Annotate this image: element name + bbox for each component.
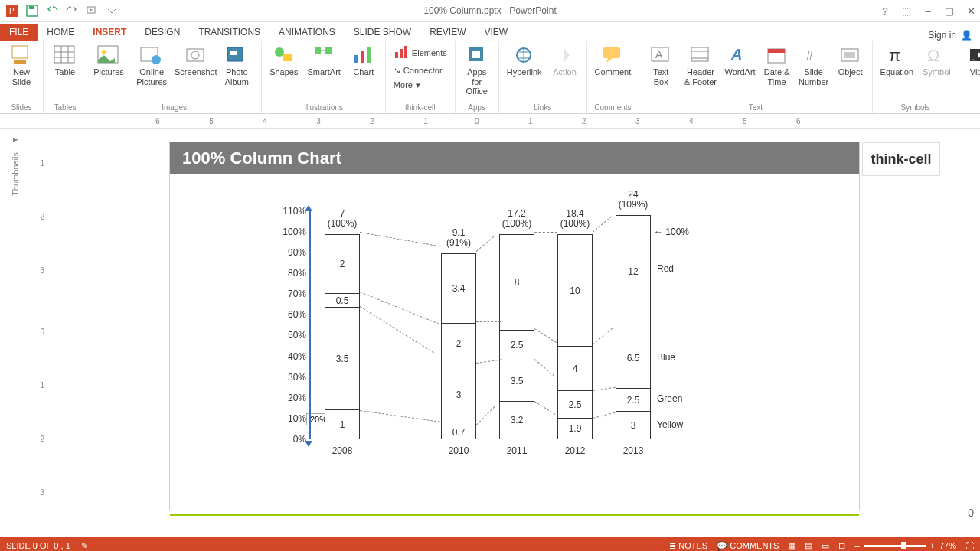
- shapes-button[interactable]: Shapes: [266, 43, 301, 79]
- apps-office-button[interactable]: Apps for Office: [460, 43, 494, 98]
- header-footer-button[interactable]: Header & Footer: [681, 43, 720, 88]
- online-pictures-button[interactable]: Online Pictures: [129, 43, 175, 88]
- segment-green[interactable]: 2.5: [616, 388, 651, 412]
- tab-slideshow[interactable]: SLIDE SHOW: [345, 24, 420, 41]
- connector-button[interactable]: ↘Connector: [390, 64, 446, 77]
- spellcheck-icon[interactable]: ✎: [81, 541, 88, 551]
- category-label: 2013: [616, 445, 651, 456]
- photo-album-button[interactable]: Photo Album: [217, 43, 256, 88]
- segment-green[interactable]: 3.5: [325, 307, 360, 410]
- fit-window-icon[interactable]: ⛶: [965, 541, 974, 550]
- redo-icon[interactable]: [66, 5, 78, 17]
- zoom-out-icon[interactable]: –: [854, 541, 859, 550]
- segment-green[interactable]: 3.5: [499, 360, 534, 402]
- date-time-button[interactable]: Date & Time: [760, 43, 794, 88]
- segment-blue[interactable]: 4: [557, 346, 593, 391]
- action-button[interactable]: Action: [548, 43, 582, 79]
- slideshow-view-icon[interactable]: ⊟: [838, 541, 845, 551]
- segment-red[interactable]: 3.4: [441, 253, 476, 324]
- qat-dropdown-icon[interactable]: [106, 5, 118, 17]
- tab-home[interactable]: HOME: [38, 24, 83, 41]
- svg-rect-7: [54, 46, 74, 63]
- close-icon[interactable]: ✕: [965, 5, 977, 17]
- start-from-beginning-icon[interactable]: [86, 5, 98, 17]
- tab-transitions[interactable]: TRANSITIONS: [189, 24, 270, 41]
- screenshot-button[interactable]: Screenshot: [178, 43, 214, 79]
- zoom-in-icon[interactable]: +: [930, 541, 935, 550]
- symbol-button[interactable]: ΩSymbol: [920, 43, 954, 79]
- segment-yellow[interactable]: 1: [325, 409, 360, 439]
- notes-button[interactable]: ≣ NOTES: [669, 541, 707, 551]
- plot-area: 1 3.5 0.5 2 7(100%) 2008 0.7 3 2 3.4 9.1…: [309, 211, 724, 439]
- svg-rect-33: [603, 47, 620, 58]
- svg-rect-16: [187, 49, 204, 61]
- comments-button[interactable]: 💬 COMMENTS: [717, 541, 779, 551]
- zoom-slider[interactable]: – + 77%: [854, 541, 956, 550]
- segment-green[interactable]: 2.5: [557, 390, 593, 419]
- segment-yellow[interactable]: 3: [616, 411, 651, 439]
- workspace: ▸ Thumbnails 1230123 100% Column Chart t…: [0, 129, 980, 537]
- table-button[interactable]: Table: [48, 43, 82, 79]
- tab-view[interactable]: VIEW: [475, 24, 518, 41]
- save-icon[interactable]: [26, 5, 38, 17]
- svg-rect-29: [404, 46, 407, 58]
- wordart-button[interactable]: AWordArt: [724, 43, 757, 79]
- normal-view-icon[interactable]: ▦: [788, 541, 795, 551]
- svg-rect-23: [325, 47, 332, 54]
- help-icon[interactable]: ?: [879, 5, 891, 17]
- collapse-ribbon-icon[interactable]: ˄: [971, 58, 975, 69]
- object-button[interactable]: Object: [834, 43, 867, 79]
- segment-red[interactable]: 10: [557, 234, 593, 347]
- segment-red[interactable]: 12: [616, 215, 651, 328]
- segment-blue[interactable]: 0.5: [325, 293, 360, 308]
- segment-blue[interactable]: 6.5: [616, 328, 651, 389]
- text-box-button[interactable]: AText Box: [644, 43, 678, 88]
- maximize-icon[interactable]: ▢: [943, 5, 956, 17]
- segment-red[interactable]: 2: [325, 234, 360, 294]
- hyperlink-button[interactable]: Hyperlink: [504, 43, 545, 79]
- undo-icon[interactable]: [46, 5, 58, 17]
- ribbon-display-icon[interactable]: ⬚: [900, 5, 913, 17]
- thumbnail-rail[interactable]: ▸ Thumbnails: [0, 129, 31, 537]
- slide-counter: SLIDE 0 OF 0 , 1: [6, 541, 70, 550]
- more-button[interactable]: More ▾: [390, 79, 423, 92]
- column-chart[interactable]: 0% 10% 20% 30% 40% 50% 60% 70% 80% 90% 1…: [268, 211, 743, 487]
- chart-button[interactable]: Chart: [347, 43, 381, 79]
- slide-canvas[interactable]: 100% Column Chart think-cell 0% 10% 20% …: [47, 129, 980, 537]
- zoom-level[interactable]: 77%: [939, 541, 956, 550]
- sign-in[interactable]: Sign in👤: [928, 30, 972, 41]
- equation-button[interactable]: πEquation: [877, 43, 916, 79]
- segment-green[interactable]: 3: [441, 364, 476, 425]
- tab-file[interactable]: FILE: [0, 24, 38, 41]
- elements-button[interactable]: Elements: [390, 43, 450, 63]
- slide[interactable]: 100% Column Chart think-cell 0% 10% 20% …: [170, 142, 859, 510]
- tab-insert[interactable]: INSERT: [83, 24, 136, 41]
- segment-yellow[interactable]: 0.7: [441, 425, 476, 439]
- smartart-button[interactable]: SmartArt: [304, 43, 343, 79]
- column-2010[interactable]: 0.7 3 2 3.4 9.1(91%): [441, 254, 476, 439]
- column-2011[interactable]: 3.2 3.5 2.5 8 17.2(100%): [499, 235, 534, 439]
- minimize-icon[interactable]: –: [922, 5, 934, 17]
- segment-blue[interactable]: 2.5: [499, 330, 534, 360]
- tab-design[interactable]: DESIGN: [136, 24, 189, 41]
- tab-animations[interactable]: ANIMATIONS: [270, 24, 345, 41]
- reading-view-icon[interactable]: ▭: [822, 541, 829, 551]
- pictures-button[interactable]: Pictures: [92, 43, 126, 79]
- sorter-view-icon[interactable]: ▤: [805, 541, 812, 551]
- segment-blue[interactable]: 2: [441, 323, 476, 364]
- comment-button[interactable]: Comment: [592, 43, 635, 79]
- horizontal-ruler: -6-5-4-3-2-10123456: [0, 114, 980, 129]
- column-2008[interactable]: 1 3.5 0.5 2 7(100%): [325, 235, 360, 439]
- new-slide-button[interactable]: New Slide: [5, 43, 38, 88]
- expand-thumbnails-icon[interactable]: ▸: [13, 133, 18, 145]
- column-2012[interactable]: 1.9 2.5 4 10 18.4(100%): [557, 235, 593, 439]
- segment-yellow[interactable]: 1.9: [557, 418, 593, 439]
- segment-red[interactable]: 8: [499, 234, 534, 331]
- svg-text:#: #: [806, 49, 813, 62]
- tab-review[interactable]: REVIEW: [420, 24, 475, 41]
- connector-icon: ↘: [394, 66, 400, 76]
- series-label-red: Red: [657, 263, 674, 274]
- segment-yellow[interactable]: 3.2: [499, 401, 534, 439]
- slide-number-button[interactable]: #Slide Number: [797, 43, 831, 88]
- column-2013[interactable]: 3 2.5 6.5 12 24(109%): [616, 216, 651, 439]
